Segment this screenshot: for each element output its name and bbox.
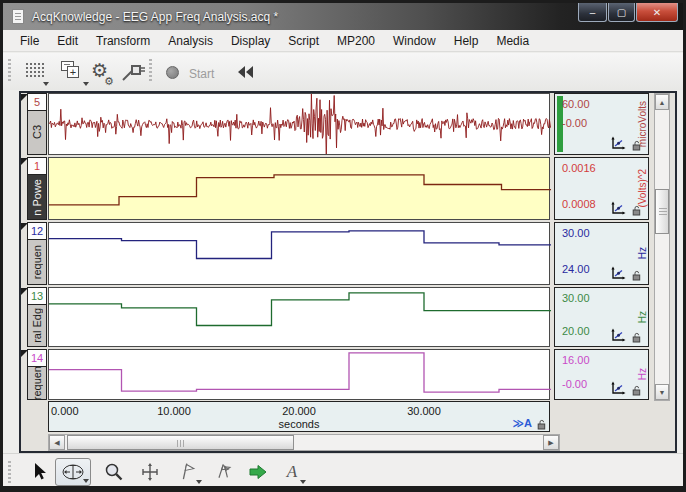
channel-number-box[interactable]: 12 <box>27 222 47 240</box>
channel-row: 5 C3 60.00 -0.00 microVolts <box>3 93 686 155</box>
channel-number-box[interactable]: 1 <box>27 157 47 175</box>
channel-scale-box[interactable]: 0.0016 0.0008 (Volts)^2 <box>554 157 649 220</box>
channel-label-box[interactable]: ral Edg <box>27 305 47 347</box>
flag-tool[interactable] <box>173 458 203 486</box>
zoom-tool[interactable] <box>99 458 129 486</box>
scale-lower-value[interactable]: 20.00 <box>562 325 590 337</box>
scroll-left-arrow[interactable]: ◀ <box>49 435 65 450</box>
menu-item-script[interactable]: Script <box>279 31 328 51</box>
flags-icon <box>213 462 235 482</box>
menu-item-help[interactable]: Help <box>445 31 488 51</box>
channel-plot[interactable] <box>48 222 550 285</box>
menu-item-analysis[interactable]: Analysis <box>159 31 222 51</box>
title-bar[interactable]: AcqKnowledge - EEG App Freq Analysis.acq… <box>3 3 683 30</box>
autoscale-horizontal-icon[interactable]: ≫A <box>512 417 531 429</box>
channel-label-box[interactable]: requen <box>27 240 47 285</box>
scroll-down-arrow[interactable]: ▼ <box>655 384 669 400</box>
scale-lower-value[interactable]: -0.00 <box>562 117 587 129</box>
scale-upper-value[interactable]: 0.0016 <box>562 162 596 174</box>
scale-upper-value[interactable]: 60.00 <box>562 98 590 110</box>
rewind-icon[interactable] <box>235 64 255 80</box>
channel-plot[interactable] <box>48 349 550 400</box>
vertical-scrollbar[interactable]: ▲ ▼ <box>654 93 670 401</box>
setup-probe-icon[interactable] <box>121 61 147 83</box>
pointer-tool[interactable] <box>25 458 55 486</box>
channel-label-box[interactable]: requen <box>27 367 47 400</box>
channel-number-box[interactable]: 5 <box>27 93 47 111</box>
menu-item-display[interactable]: Display <box>222 31 279 51</box>
tool-palette: A <box>3 453 683 489</box>
channel-scale-box[interactable]: 30.00 24.00 Hz <box>554 222 649 285</box>
horizontal-scrollbar[interactable]: ◀ ▶ <box>48 434 560 451</box>
toolbar-separator <box>149 59 152 83</box>
scale-lower-value[interactable]: -0.00 <box>562 378 587 390</box>
maximize-button[interactable]: ▢ <box>608 3 635 22</box>
lock-icon[interactable] <box>632 140 641 151</box>
channel-scale-box[interactable]: 16.00 -0.00 Hz <box>554 349 649 400</box>
channel-label-box[interactable]: n Powe <box>27 175 47 220</box>
tile-windows-icon[interactable]: + <box>61 61 85 83</box>
horizontal-scrollbar-thumb[interactable] <box>67 435 294 450</box>
flags-tool[interactable] <box>209 458 239 486</box>
chevron-down-icon[interactable] <box>83 82 89 86</box>
scroll-up-arrow[interactable]: ▲ <box>655 94 669 110</box>
channel-plot[interactable] <box>48 157 550 220</box>
channel-label: C3 <box>31 125 43 139</box>
channel-scale-box[interactable]: 60.00 -0.00 microVolts <box>554 93 649 155</box>
selection-tool[interactable] <box>55 458 91 486</box>
toolbar-grip[interactable] <box>8 461 11 485</box>
annotation-icon: A <box>287 462 297 482</box>
scale-upper-value[interactable]: 30.00 <box>562 292 590 304</box>
menu-item-file[interactable]: File <box>11 31 48 51</box>
x-tick-label: 10.000 <box>157 405 191 417</box>
pointer-icon <box>31 462 49 482</box>
annotation-tool[interactable]: A <box>277 458 307 486</box>
menu-item-edit[interactable]: Edit <box>48 31 87 51</box>
lock-icon[interactable] <box>632 332 641 343</box>
toolbar-grip[interactable] <box>8 59 11 83</box>
autoscale-icon[interactable] <box>609 201 626 216</box>
horizontal-axis[interactable]: 0.00010.00020.00030.000 seconds ≫A <box>48 401 550 432</box>
scale-upper-value[interactable]: 16.00 <box>562 354 590 366</box>
autoscale-icon[interactable] <box>609 381 626 396</box>
channel-trace <box>49 350 551 399</box>
autoscale-icon[interactable] <box>609 136 626 151</box>
window-title: AcqKnowledge - EEG App Freq Analysis.acq… <box>32 10 278 24</box>
scroll-right-arrow[interactable]: ▶ <box>543 435 559 450</box>
menu-item-media[interactable]: Media <box>487 31 538 51</box>
channel-number-box[interactable]: 13 <box>27 287 47 305</box>
chevron-down-icon[interactable] <box>43 82 49 86</box>
autoscale-icon[interactable] <box>609 266 626 281</box>
gears-icon[interactable]: ⚙⚙ <box>91 59 108 82</box>
lock-icon[interactable] <box>632 205 641 216</box>
scale-lower-value[interactable]: 0.0008 <box>562 198 596 210</box>
channel-label: n Powe <box>31 179 43 216</box>
channel-scale-box[interactable]: 30.00 20.00 Hz <box>554 287 649 347</box>
axis-adjust-tool[interactable] <box>135 458 165 486</box>
channel-trace <box>49 288 551 346</box>
channel-label-box[interactable]: C3 <box>27 111 47 155</box>
channel-number-box[interactable]: 14 <box>27 349 47 367</box>
channel-trace <box>49 158 551 219</box>
vertical-scrollbar-thumb[interactable] <box>655 189 669 234</box>
minimize-button[interactable]: – <box>578 3 607 22</box>
lock-icon[interactable] <box>632 385 641 396</box>
start-button[interactable]: Start <box>189 67 214 81</box>
channel-plot[interactable] <box>48 93 550 155</box>
lock-icon[interactable] <box>632 270 641 281</box>
menu-item-mp200[interactable]: MP200 <box>328 31 384 51</box>
menu-item-transform[interactable]: Transform <box>87 31 159 51</box>
channel-row: 13 ral Edg 30.00 20.00 Hz <box>3 287 686 347</box>
play-forward-tool[interactable] <box>243 458 273 486</box>
menu-item-window[interactable]: Window <box>384 31 445 51</box>
chevron-down-icon <box>196 480 202 484</box>
scale-lower-value[interactable]: 24.00 <box>562 263 590 275</box>
grid-select-icon[interactable] <box>25 62 45 79</box>
scale-upper-value[interactable]: 30.00 <box>562 227 590 239</box>
lock-icon[interactable] <box>537 419 546 430</box>
channel-plot[interactable] <box>48 287 550 347</box>
main-toolbar: + ⚙⚙ Start <box>3 53 683 90</box>
close-button[interactable]: ✕ <box>636 3 678 22</box>
record-circle-icon[interactable] <box>166 66 179 79</box>
autoscale-icon[interactable] <box>609 328 626 343</box>
